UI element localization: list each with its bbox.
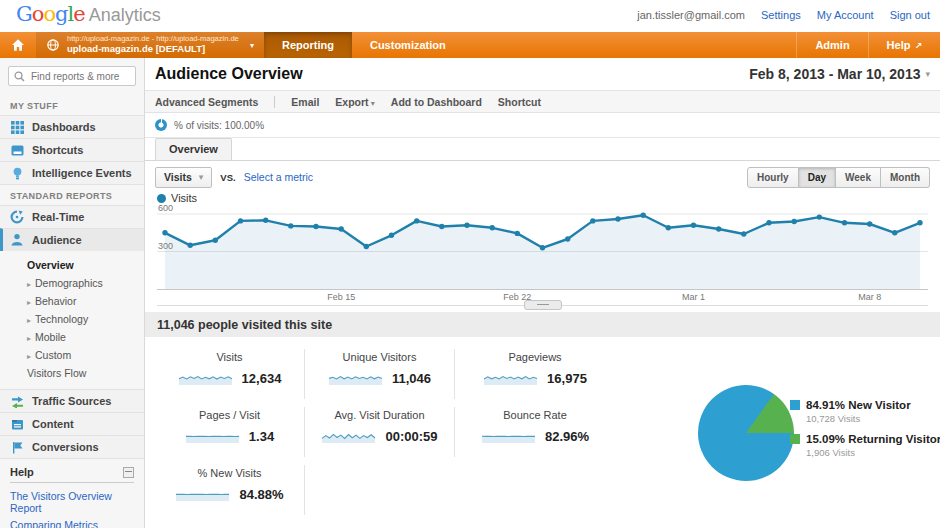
help-panel-header: Help <box>10 466 134 483</box>
report-search-box[interactable] <box>8 66 136 86</box>
chevron-down-icon <box>925 69 930 79</box>
metric-label: Avg. Visit Duration <box>311 409 448 421</box>
pie-legend-label: 84.91% New Visitor <box>806 399 911 411</box>
x-tick-label: Mar 1 <box>682 292 705 302</box>
settings-link[interactable]: Settings <box>761 9 801 21</box>
metric-value: 1.34 <box>249 429 274 444</box>
visitor-type-pie-chart[interactable] <box>698 385 794 481</box>
pie-legend: 84.91% New Visitor 10,728 Visits 15.09% … <box>790 399 940 467</box>
top-bar: GoogleAnalytics jan.tissler@gmail.com Se… <box>0 0 940 32</box>
help-link-comparing-metrics[interactable]: Comparing Metrics <box>10 516 134 528</box>
timeline-slider-handle[interactable] <box>524 300 562 310</box>
user-email: jan.tissler@gmail.com <box>637 9 745 21</box>
sign-out-link[interactable]: Sign out <box>890 9 930 21</box>
granularity-week-button[interactable]: Week <box>836 167 881 188</box>
metric-pages-per-visit[interactable]: Pages / Visit 1.34 <box>155 407 305 457</box>
sidebar-item-label: Audience <box>32 234 82 246</box>
help-button[interactable]: Help <box>868 32 940 58</box>
collapse-icon[interactable] <box>123 467 134 478</box>
main-nav-bar: http://upload-magazin.de - http://upload… <box>0 32 940 58</box>
metric-percent-new-visits[interactable]: % New Visits 84.88% <box>155 465 305 515</box>
sparkline-chart <box>185 428 240 444</box>
my-account-link[interactable]: My Account <box>817 9 874 21</box>
help-label: Help <box>887 39 911 51</box>
help-panel: Help The Visitors Overview Report Compar… <box>0 459 144 528</box>
sidebar-item-intelligence-events[interactable]: Intelligence Events <box>0 161 144 185</box>
sidebar: MY STUFF Dashboards Shortcuts Intelligen… <box>0 58 145 528</box>
timeline-plot-area[interactable] <box>157 206 928 290</box>
globe-icon <box>46 38 60 52</box>
vs-label: vs. <box>220 172 235 183</box>
select-a-metric-link[interactable]: Select a metric <box>244 171 313 183</box>
help-link-visitors-overview[interactable]: The Visitors Overview Report <box>10 487 134 516</box>
content-icon <box>10 417 24 431</box>
search-input[interactable] <box>29 70 130 83</box>
sidebar-subitem-mobile[interactable]: Mobile <box>27 328 144 346</box>
nav-right: Admin Help <box>796 32 940 58</box>
home-button[interactable] <box>0 32 36 58</box>
pie-legend-visits: 10,728 Visits <box>806 413 940 424</box>
metrics-overview: Visits 12,634 Unique Visitors 11,046 Pag… <box>145 337 940 528</box>
granularity-day-button[interactable]: Day <box>799 167 836 188</box>
visits-timeline-chart[interactable]: 600 300 <box>157 206 928 290</box>
shortcut-button[interactable]: Shortcut <box>498 96 541 108</box>
sidebar-item-content[interactable]: Content <box>0 412 144 435</box>
export-button[interactable]: Export <box>335 96 375 108</box>
title-row: Audience Overview Feb 8, 2013 - Mar 10, … <box>145 58 940 90</box>
sidebar-item-shortcuts[interactable]: Shortcuts <box>0 138 144 161</box>
conversions-icon <box>10 440 24 454</box>
tab-reporting[interactable]: Reporting <box>264 32 352 58</box>
sidebar-item-audience[interactable]: Audience <box>0 228 144 251</box>
pie-legend-item-returning: 15.09% Returning Visitor <box>790 433 940 445</box>
admin-button[interactable]: Admin <box>796 32 867 58</box>
metric-pageviews[interactable]: Pageviews 16,975 <box>455 349 615 399</box>
x-tick-label: Feb 15 <box>327 292 355 302</box>
returning-visitor-swatch-icon <box>790 434 800 444</box>
metric-selector-dropdown[interactable]: Visits <box>155 167 212 188</box>
tab-overview[interactable]: Overview <box>155 138 232 160</box>
metric-label: Bounce Rate <box>461 409 609 421</box>
sidebar-item-dashboards[interactable]: Dashboards <box>0 115 144 138</box>
metric-unique-visitors[interactable]: Unique Visitors 11,046 <box>305 349 455 399</box>
metric-visits[interactable]: Visits 12,634 <box>155 349 305 399</box>
metric-value: 82.96% <box>545 429 589 444</box>
sparkline-chart <box>321 428 376 444</box>
sidebar-subitem-visitors-flow[interactable]: Visitors Flow <box>27 364 144 382</box>
external-link-icon <box>914 41 922 51</box>
sidebar-subitem-behavior[interactable]: Behavior <box>27 292 144 310</box>
visitors-summary-banner: 11,046 people visited this site <box>145 312 940 337</box>
granularity-hourly-button[interactable]: Hourly <box>747 167 799 188</box>
sidebar-subitem-custom[interactable]: Custom <box>27 346 144 364</box>
standard-reports-heading: STANDARD REPORTS <box>0 185 144 205</box>
sidebar-item-label: Conversions <box>32 441 99 453</box>
home-icon <box>11 38 25 52</box>
metric-label: Visits <box>161 351 298 363</box>
pie-legend-visits: 1,906 Visits <box>806 447 940 458</box>
sidebar-subitem-demographics[interactable]: Demographics <box>27 274 144 292</box>
dashboards-icon <box>10 120 24 134</box>
date-range-selector[interactable]: Feb 8, 2013 - Mar 10, 2013 <box>749 66 930 82</box>
add-to-dashboard-button[interactable]: Add to Dashboard <box>391 96 482 108</box>
metric-avg-visit-duration[interactable]: Avg. Visit Duration 00:00:59 <box>305 407 455 457</box>
google-analytics-logo: GoogleAnalytics <box>16 2 161 26</box>
sidebar-item-label: Intelligence Events <box>32 167 132 179</box>
account-switcher[interactable]: http://upload-magazin.de - http://upload… <box>36 32 264 58</box>
sidebar-item-conversions[interactable]: Conversions <box>0 435 144 459</box>
email-button[interactable]: Email <box>291 96 319 108</box>
sidebar-subitem-overview[interactable]: Overview <box>27 256 144 274</box>
sidebar-item-label: Shortcuts <box>32 144 83 156</box>
audience-submenu: Overview Demographics Behavior Technolog… <box>0 251 144 389</box>
metric-bounce-rate[interactable]: Bounce Rate 82.96% <box>455 407 615 457</box>
report-toolbar: Advanced Segments Email Export Add to Da… <box>145 90 940 113</box>
sidebar-item-real-time[interactable]: Real-Time <box>0 205 144 228</box>
sidebar-item-traffic-sources[interactable]: Traffic Sources <box>0 389 144 412</box>
granularity-month-button[interactable]: Month <box>881 167 930 188</box>
y-tick-label: 600 <box>158 203 173 213</box>
google-analytics-app: GoogleAnalytics jan.tissler@gmail.com Se… <box>0 0 940 528</box>
sidebar-subitem-technology[interactable]: Technology <box>27 310 144 328</box>
sidebar-item-label: Traffic Sources <box>32 395 111 407</box>
my-stuff-heading: MY STUFF <box>0 95 144 115</box>
advanced-segments-button[interactable]: Advanced Segments <box>155 96 258 108</box>
intelligence-icon <box>10 166 24 180</box>
tab-customization[interactable]: Customization <box>352 32 464 58</box>
